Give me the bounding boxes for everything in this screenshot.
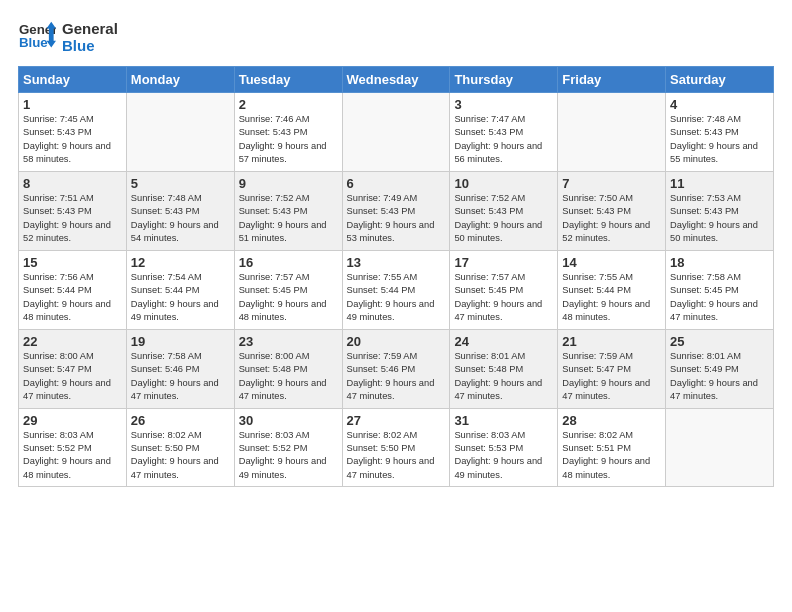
weekday-header: Saturday [666, 67, 774, 93]
day-info: Sunrise: 8:03 AMSunset: 5:52 PMDaylight:… [239, 430, 327, 480]
day-number: 10 [454, 176, 553, 191]
weekday-header: Wednesday [342, 67, 450, 93]
weekday-header-row: SundayMondayTuesdayWednesdayThursdayFrid… [19, 67, 774, 93]
calendar-cell: 4 Sunrise: 7:48 AMSunset: 5:43 PMDayligh… [666, 93, 774, 172]
page: General Blue General Blue SundayMondayTu… [0, 0, 792, 499]
svg-text:Blue: Blue [19, 35, 48, 50]
day-number: 6 [347, 176, 446, 191]
calendar-cell: 20 Sunrise: 7:59 AMSunset: 5:46 PMDaylig… [342, 329, 450, 408]
calendar-row: 1 Sunrise: 7:45 AMSunset: 5:43 PMDayligh… [19, 93, 774, 172]
day-number: 5 [131, 176, 230, 191]
day-number: 22 [23, 334, 122, 349]
calendar-cell: 27 Sunrise: 8:02 AMSunset: 5:50 PMDaylig… [342, 408, 450, 487]
weekday-header: Thursday [450, 67, 558, 93]
day-number: 13 [347, 255, 446, 270]
weekday-header: Friday [558, 67, 666, 93]
day-info: Sunrise: 7:50 AMSunset: 5:43 PMDaylight:… [562, 193, 650, 243]
day-info: Sunrise: 8:00 AMSunset: 5:47 PMDaylight:… [23, 351, 111, 401]
day-number: 23 [239, 334, 338, 349]
logo-svg: General Blue [18, 18, 56, 56]
calendar-cell: 18 Sunrise: 7:58 AMSunset: 5:45 PMDaylig… [666, 250, 774, 329]
calendar-cell: 16 Sunrise: 7:57 AMSunset: 5:45 PMDaylig… [234, 250, 342, 329]
day-number: 21 [562, 334, 661, 349]
day-info: Sunrise: 7:48 AMSunset: 5:43 PMDaylight:… [131, 193, 219, 243]
calendar-cell: 2 Sunrise: 7:46 AMSunset: 5:43 PMDayligh… [234, 93, 342, 172]
day-info: Sunrise: 8:00 AMSunset: 5:48 PMDaylight:… [239, 351, 327, 401]
day-info: Sunrise: 7:54 AMSunset: 5:44 PMDaylight:… [131, 272, 219, 322]
calendar-cell [342, 93, 450, 172]
calendar-cell: 15 Sunrise: 7:56 AMSunset: 5:44 PMDaylig… [19, 250, 127, 329]
day-number: 19 [131, 334, 230, 349]
day-info: Sunrise: 7:55 AMSunset: 5:44 PMDaylight:… [347, 272, 435, 322]
logo: General Blue General Blue [18, 18, 118, 56]
day-number: 1 [23, 97, 122, 112]
calendar-cell [666, 408, 774, 487]
calendar-row: 8 Sunrise: 7:51 AMSunset: 5:43 PMDayligh… [19, 171, 774, 250]
calendar-cell: 12 Sunrise: 7:54 AMSunset: 5:44 PMDaylig… [126, 250, 234, 329]
day-number: 29 [23, 413, 122, 428]
day-number: 28 [562, 413, 661, 428]
calendar-cell: 24 Sunrise: 8:01 AMSunset: 5:48 PMDaylig… [450, 329, 558, 408]
calendar-cell: 19 Sunrise: 7:58 AMSunset: 5:46 PMDaylig… [126, 329, 234, 408]
day-number: 30 [239, 413, 338, 428]
day-number: 3 [454, 97, 553, 112]
weekday-header: Sunday [19, 67, 127, 93]
day-info: Sunrise: 7:57 AMSunset: 5:45 PMDaylight:… [239, 272, 327, 322]
day-number: 8 [23, 176, 122, 191]
calendar-cell: 30 Sunrise: 8:03 AMSunset: 5:52 PMDaylig… [234, 408, 342, 487]
day-info: Sunrise: 8:03 AMSunset: 5:52 PMDaylight:… [23, 430, 111, 480]
day-info: Sunrise: 7:53 AMSunset: 5:43 PMDaylight:… [670, 193, 758, 243]
calendar-row: 29 Sunrise: 8:03 AMSunset: 5:52 PMDaylig… [19, 408, 774, 487]
calendar-cell: 7 Sunrise: 7:50 AMSunset: 5:43 PMDayligh… [558, 171, 666, 250]
calendar-cell: 22 Sunrise: 8:00 AMSunset: 5:47 PMDaylig… [19, 329, 127, 408]
calendar-cell: 29 Sunrise: 8:03 AMSunset: 5:52 PMDaylig… [19, 408, 127, 487]
calendar-cell: 28 Sunrise: 8:02 AMSunset: 5:51 PMDaylig… [558, 408, 666, 487]
day-number: 27 [347, 413, 446, 428]
day-number: 12 [131, 255, 230, 270]
weekday-header: Monday [126, 67, 234, 93]
calendar-cell [126, 93, 234, 172]
calendar-row: 22 Sunrise: 8:00 AMSunset: 5:47 PMDaylig… [19, 329, 774, 408]
day-number: 31 [454, 413, 553, 428]
calendar-cell: 5 Sunrise: 7:48 AMSunset: 5:43 PMDayligh… [126, 171, 234, 250]
weekday-header: Tuesday [234, 67, 342, 93]
calendar-cell: 9 Sunrise: 7:52 AMSunset: 5:43 PMDayligh… [234, 171, 342, 250]
day-number: 16 [239, 255, 338, 270]
day-info: Sunrise: 8:03 AMSunset: 5:53 PMDaylight:… [454, 430, 542, 480]
day-info: Sunrise: 7:55 AMSunset: 5:44 PMDaylight:… [562, 272, 650, 322]
day-number: 17 [454, 255, 553, 270]
calendar-cell: 3 Sunrise: 7:47 AMSunset: 5:43 PMDayligh… [450, 93, 558, 172]
day-info: Sunrise: 7:58 AMSunset: 5:45 PMDaylight:… [670, 272, 758, 322]
day-info: Sunrise: 7:47 AMSunset: 5:43 PMDaylight:… [454, 114, 542, 164]
day-number: 15 [23, 255, 122, 270]
calendar-cell: 17 Sunrise: 7:57 AMSunset: 5:45 PMDaylig… [450, 250, 558, 329]
calendar-cell: 6 Sunrise: 7:49 AMSunset: 5:43 PMDayligh… [342, 171, 450, 250]
day-number: 18 [670, 255, 769, 270]
calendar-cell: 13 Sunrise: 7:55 AMSunset: 5:44 PMDaylig… [342, 250, 450, 329]
day-info: Sunrise: 7:56 AMSunset: 5:44 PMDaylight:… [23, 272, 111, 322]
day-number: 9 [239, 176, 338, 191]
day-info: Sunrise: 7:58 AMSunset: 5:46 PMDaylight:… [131, 351, 219, 401]
logo-blue: Blue [62, 37, 118, 54]
day-number: 7 [562, 176, 661, 191]
logo-general: General [62, 20, 118, 37]
day-info: Sunrise: 7:46 AMSunset: 5:43 PMDaylight:… [239, 114, 327, 164]
calendar-cell: 10 Sunrise: 7:52 AMSunset: 5:43 PMDaylig… [450, 171, 558, 250]
calendar-cell: 1 Sunrise: 7:45 AMSunset: 5:43 PMDayligh… [19, 93, 127, 172]
day-info: Sunrise: 7:45 AMSunset: 5:43 PMDaylight:… [23, 114, 111, 164]
calendar-cell: 11 Sunrise: 7:53 AMSunset: 5:43 PMDaylig… [666, 171, 774, 250]
day-info: Sunrise: 8:02 AMSunset: 5:50 PMDaylight:… [131, 430, 219, 480]
calendar-cell: 8 Sunrise: 7:51 AMSunset: 5:43 PMDayligh… [19, 171, 127, 250]
day-number: 25 [670, 334, 769, 349]
day-info: Sunrise: 7:59 AMSunset: 5:46 PMDaylight:… [347, 351, 435, 401]
calendar-cell: 21 Sunrise: 7:59 AMSunset: 5:47 PMDaylig… [558, 329, 666, 408]
day-number: 2 [239, 97, 338, 112]
calendar-cell: 31 Sunrise: 8:03 AMSunset: 5:53 PMDaylig… [450, 408, 558, 487]
calendar-cell: 14 Sunrise: 7:55 AMSunset: 5:44 PMDaylig… [558, 250, 666, 329]
day-info: Sunrise: 8:02 AMSunset: 5:50 PMDaylight:… [347, 430, 435, 480]
day-info: Sunrise: 8:01 AMSunset: 5:49 PMDaylight:… [670, 351, 758, 401]
day-number: 4 [670, 97, 769, 112]
day-number: 14 [562, 255, 661, 270]
day-info: Sunrise: 7:52 AMSunset: 5:43 PMDaylight:… [239, 193, 327, 243]
day-info: Sunrise: 8:01 AMSunset: 5:48 PMDaylight:… [454, 351, 542, 401]
